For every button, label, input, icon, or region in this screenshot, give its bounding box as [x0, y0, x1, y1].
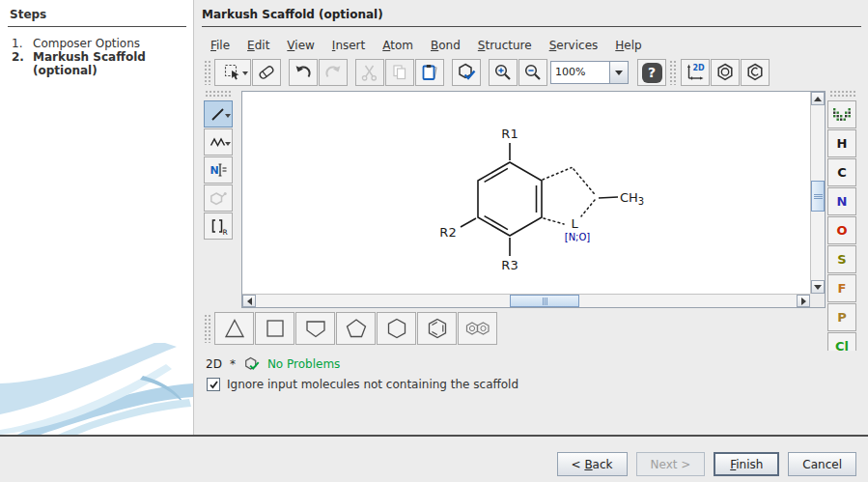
zoom-level-value[interactable]: 100%: [550, 61, 610, 84]
menu-view[interactable]: View: [278, 37, 322, 54]
menu-file[interactable]: File: [202, 37, 238, 54]
step-label: Composer Options: [33, 37, 181, 50]
step-label: Markush Scaffold (optional): [33, 50, 181, 77]
decorative-swoosh: [0, 343, 193, 435]
copy-button[interactable]: [385, 59, 414, 86]
menu-edit[interactable]: Edit: [238, 37, 278, 54]
undo-button[interactable]: [289, 59, 318, 86]
toolbar-grip[interactable]: [204, 314, 212, 343]
redo-icon: [323, 63, 343, 82]
cancel-button[interactable]: Cancel: [788, 452, 856, 476]
query-ring-bonds: [543, 168, 596, 225]
linker-atom-label[interactable]: L: [571, 216, 578, 231]
periodic-table-button[interactable]: [827, 100, 856, 128]
ring-template-cyclopropane[interactable]: [214, 312, 254, 345]
modified-indicator: *: [230, 357, 236, 371]
horizontal-scroll-thumb[interactable]: [510, 295, 579, 307]
scroll-right-button[interactable]: [797, 295, 810, 307]
element-button-cl[interactable]: Cl: [827, 332, 856, 351]
redo-button[interactable]: [319, 59, 348, 86]
menu-atom[interactable]: Atom: [374, 37, 422, 54]
atom-text-tool-button[interactable]: N: [204, 156, 233, 184]
structure-canvas[interactable]: R1 R2 R3 L [N;O] CH3: [242, 92, 810, 294]
zoom-level-dropdown-button[interactable]: [610, 61, 629, 84]
eraser-button[interactable]: [252, 59, 281, 86]
aromatic-form-button[interactable]: [711, 59, 740, 86]
wizard-footer: < Back Next > Finish Cancel: [0, 435, 868, 482]
r2-label[interactable]: R2: [439, 225, 456, 240]
next-button[interactable]: Next >: [636, 452, 706, 476]
naphthalene-icon: [463, 317, 492, 340]
ring-template-benzene[interactable]: [417, 312, 457, 345]
markush-structure-drawing: R1 R2 R3 L [N;O] CH3: [242, 92, 810, 294]
toolbar-grip[interactable]: [204, 60, 212, 85]
scroll-up-button[interactable]: [811, 92, 825, 105]
element-button-h[interactable]: H: [827, 129, 856, 157]
ignore-molecules-checkbox[interactable]: [207, 378, 220, 391]
zoom-out-button[interactable]: [518, 59, 547, 86]
help-button[interactable]: ?: [637, 59, 666, 86]
wizard-buttons: < Back Next > Finish Cancel: [557, 452, 857, 476]
draw-tool-palette: N R: [204, 90, 233, 241]
clean-2d-button[interactable]: 2D: [681, 59, 710, 86]
structure-check-icon: [456, 62, 477, 83]
dearomatize-ring-icon: [744, 62, 766, 83]
structure-canvas-scrollpane: R1 R2 R3 L [N;O] CH3: [241, 91, 826, 308]
menu-structure[interactable]: Structure: [469, 37, 541, 54]
scroll-down-button[interactable]: [811, 280, 825, 294]
vertical-scroll-thumb[interactable]: [811, 181, 825, 212]
thumb-grip: [814, 194, 823, 199]
kekule-form-button[interactable]: [741, 59, 770, 86]
menu-services[interactable]: Services: [541, 37, 607, 54]
vertical-scrollbar[interactable]: [810, 92, 825, 294]
ring-template-naphthalene[interactable]: [458, 312, 497, 345]
check-structure-button[interactable]: [452, 59, 481, 86]
cut-button[interactable]: [355, 59, 384, 86]
toolbar-grip[interactable]: [669, 60, 678, 85]
zoom-in-button[interactable]: [489, 59, 518, 86]
element-button-c[interactable]: C: [827, 158, 856, 186]
dropdown-arrow-icon: [225, 142, 231, 146]
palette-grip[interactable]: [829, 90, 856, 99]
benzene-icon: [425, 317, 450, 340]
element-button-f[interactable]: F: [827, 274, 856, 302]
template-tool-button[interactable]: [204, 184, 233, 212]
selection-tool-button[interactable]: [214, 59, 251, 86]
finish-button[interactable]: Finish: [714, 452, 779, 476]
ring-template-cyclohexane[interactable]: [377, 312, 416, 345]
menu-help[interactable]: Help: [606, 37, 650, 54]
dimension-indicator: 2D: [206, 357, 222, 371]
cyclohexane-icon: [384, 317, 409, 340]
methyl-label[interactable]: CH3: [620, 190, 644, 207]
element-button-p[interactable]: P: [827, 303, 856, 331]
title-divider: [202, 26, 861, 27]
ring-template-cyclopentane[interactable]: [336, 312, 376, 345]
element-button-s[interactable]: S: [827, 245, 856, 273]
cyclobutane-icon: [263, 317, 288, 340]
element-button-n[interactable]: N: [827, 187, 856, 215]
element-button-o[interactable]: O: [827, 216, 856, 244]
checkmark-icon: [209, 380, 219, 390]
palette-grip[interactable]: [205, 90, 232, 99]
paste-button[interactable]: [415, 59, 444, 86]
undo-icon: [294, 63, 313, 82]
chain-tool-button[interactable]: [204, 128, 233, 156]
menu-bond[interactable]: Bond: [422, 37, 469, 54]
scrollbar-corner: [810, 294, 825, 307]
r1-label[interactable]: R1: [501, 127, 518, 141]
ring-template-toolbar: [202, 311, 498, 346]
group-bracket-tool-button[interactable]: R: [204, 213, 233, 240]
horizontal-scrollbar[interactable]: [242, 294, 810, 307]
aromatic-ring-icon: [714, 62, 736, 83]
r3-label[interactable]: R3: [501, 258, 518, 272]
ring-template-cyclopentadiene[interactable]: [295, 312, 335, 345]
back-button[interactable]: < Back: [557, 452, 628, 476]
scroll-left-button[interactable]: [242, 295, 256, 307]
bond-tool-button[interactable]: [204, 100, 233, 128]
atom-query-label[interactable]: [N;O]: [565, 232, 591, 242]
menu-insert[interactable]: Insert: [323, 37, 374, 54]
thumb-grip: [543, 298, 547, 305]
zoom-level-combobox[interactable]: 100%: [550, 61, 629, 84]
ring-template-cyclobutane[interactable]: [255, 312, 294, 345]
status-message: No Problems: [267, 357, 340, 371]
